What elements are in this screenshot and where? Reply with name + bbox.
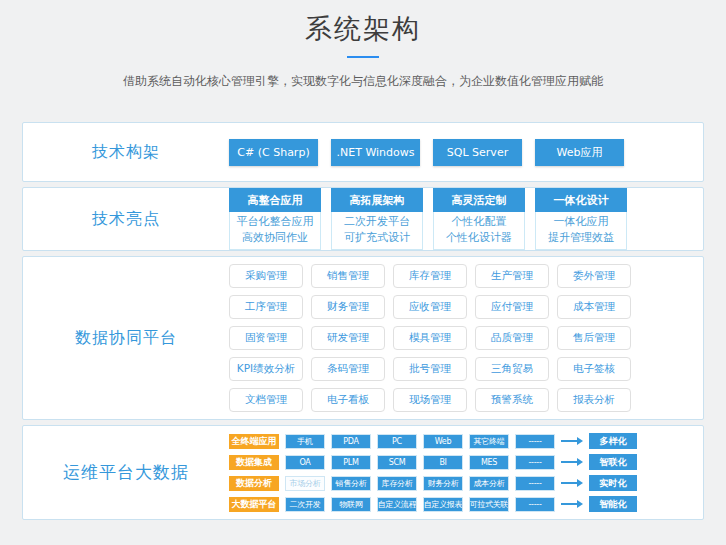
module-chip: 生产管理 <box>475 264 549 288</box>
ops-result-label: 实时化 <box>589 475 637 491</box>
section-data-platform: 数据协同平台 采购管理销售管理库存管理生产管理委外管理工序管理财务管理应收管理应… <box>22 256 704 420</box>
flow-arrow-icon <box>561 500 583 508</box>
title-underline <box>347 56 379 58</box>
module-row: 固资管理研发管理模具管理品质管理售后管理 <box>229 326 631 350</box>
ops-item-chip: 二次开发 <box>285 497 325 512</box>
ops-category-label: 数据分析 <box>229 476 279 491</box>
module-chip: 电子签核 <box>557 357 631 381</box>
highlight-card-body: 二次开发平台可扩充式设计 <box>331 212 423 250</box>
highlight-card: 高灵活定制个性化配置个性化设计器 <box>433 188 525 250</box>
module-chip: 库存管理 <box>393 264 467 288</box>
ops-result-label: 智联化 <box>589 454 637 470</box>
arrow-head <box>577 437 583 445</box>
module-row: 文档管理电子看板现场管理预警系统报表分析 <box>229 388 631 412</box>
highlight-card-body: 个性化配置个性化设计器 <box>433 212 525 250</box>
ops-category-label: 大数据平台 <box>229 497 279 512</box>
arrow-line <box>561 503 577 505</box>
arrow-line <box>561 482 577 484</box>
ops-item-chip: 物联网 <box>331 497 371 512</box>
module-chip: 报表分析 <box>557 388 631 412</box>
tech-highlights-body: 高整合应用平台化整合应用高效协同作业高拓展架构二次开发平台可扩充式设计高灵活定制… <box>229 188 703 250</box>
ops-row: 数据分析市场分析销售分析库存分析财务分析成本分析-----实时化 <box>229 475 637 491</box>
module-chip: 三角贸易 <box>475 357 549 381</box>
highlight-card: 高整合应用平台化整合应用高效协同作业 <box>229 188 321 250</box>
section-label-ops-platform: 运维平台大数据 <box>23 426 229 519</box>
section-label-tech-highlights: 技术亮点 <box>23 188 229 250</box>
ops-item-chip: 其它终端 <box>469 434 509 449</box>
highlight-card: 一体化设计一体化应用提升管理效益 <box>535 188 627 250</box>
section-tech-highlights: 技术亮点 高整合应用平台化整合应用高效协同作业高拓展架构二次开发平台可扩充式设计… <box>22 187 704 251</box>
ops-item-chip: MES <box>469 455 509 470</box>
highlight-card-line: 个性化设计器 <box>434 230 524 246</box>
ops-item-chip: PC <box>377 434 417 449</box>
module-row: 工序管理财务管理应收管理应付管理成本管理 <box>229 295 631 319</box>
module-chip: 批号管理 <box>393 357 467 381</box>
module-chip: 应付管理 <box>475 295 549 319</box>
module-chip: 成本管理 <box>557 295 631 319</box>
ops-item-chip: 财务分析 <box>423 476 463 491</box>
ops-row: 全终端应用手机PDAPCWeb其它终端-----多样化 <box>229 433 637 449</box>
module-row: KPI绩效分析条码管理批号管理三角贸易电子签核 <box>229 357 631 381</box>
page: { "page": { "title": "系统架构", "subtitle":… <box>0 0 726 545</box>
ops-item-chip: ----- <box>515 497 555 512</box>
ops-item-chip: Web <box>423 434 463 449</box>
tech-framework-item: C# (C Sharp) <box>229 139 318 166</box>
highlight-card-line: 平台化整合应用 <box>230 214 320 230</box>
ops-item-chip: 销售分析 <box>331 476 371 491</box>
module-chip: 采购管理 <box>229 264 303 288</box>
ops-item-chip: ----- <box>515 476 555 491</box>
module-chip: 财务管理 <box>311 295 385 319</box>
module-chip: 售后管理 <box>557 326 631 350</box>
data-platform-body: 采购管理销售管理库存管理生产管理委外管理工序管理财务管理应收管理应付管理成本管理… <box>229 257 703 419</box>
highlight-cards: 高整合应用平台化整合应用高效协同作业高拓展架构二次开发平台可扩充式设计高灵活定制… <box>229 188 627 250</box>
arrow-head <box>577 458 583 466</box>
ops-category-label: 全终端应用 <box>229 434 279 449</box>
ops-item-chip: OA <box>285 455 325 470</box>
module-chip: 预警系统 <box>475 388 549 412</box>
ops-platform-body: 全终端应用手机PDAPCWeb其它终端-----多样化数据集成OAPLMSCMB… <box>229 426 703 519</box>
highlight-card-body: 一体化应用提升管理效益 <box>535 212 627 250</box>
highlight-card: 高拓展架构二次开发平台可扩充式设计 <box>331 188 423 250</box>
flow-arrow-icon <box>561 479 583 487</box>
ops-item-chip: ----- <box>515 455 555 470</box>
tech-framework-item: Web应用 <box>535 139 624 166</box>
highlight-card-line: 高效协同作业 <box>230 230 320 246</box>
ops-item-chip: 市场分析 <box>285 476 325 491</box>
module-chip: 工序管理 <box>229 295 303 319</box>
ops-category-label: 数据集成 <box>229 455 279 470</box>
ops-row: 大数据平台二次开发物联网自定义流程自定义报表可拉式关联-----智能化 <box>229 496 637 512</box>
page-title: 系统架构 <box>0 13 726 45</box>
ops-item-chip: PDA <box>331 434 371 449</box>
flow-arrow-icon <box>561 458 583 466</box>
module-chip: 研发管理 <box>311 326 385 350</box>
module-row: 采购管理销售管理库存管理生产管理委外管理 <box>229 264 631 288</box>
tech-framework-items: C# (C Sharp).NET WindowsSQL ServerWeb应用 <box>229 139 624 166</box>
ops-item-chip: BI <box>423 455 463 470</box>
ops-row: 数据集成OAPLMSCMBIMES-----智联化 <box>229 454 637 470</box>
ops-item-chip: 可拉式关联 <box>469 497 509 512</box>
module-chip: 模具管理 <box>393 326 467 350</box>
module-chip: 固资管理 <box>229 326 303 350</box>
module-chip: 销售管理 <box>311 264 385 288</box>
ops-item-chip: PLM <box>331 455 371 470</box>
ops-result-label: 多样化 <box>589 433 637 449</box>
ops-item-chip: SCM <box>377 455 417 470</box>
ops-item-chip: 成本分析 <box>469 476 509 491</box>
module-chip: 委外管理 <box>557 264 631 288</box>
page-subtitle: 借助系统自动化核心管理引擎，实现数字化与信息化深度融合，为企业数值化管理应用赋能 <box>0 73 726 89</box>
module-chip: 条码管理 <box>311 357 385 381</box>
section-label-tech-framework: 技术构架 <box>23 123 229 181</box>
flow-arrow-icon <box>561 437 583 445</box>
page-header: 系统架构 借助系统自动化核心管理引擎，实现数字化与信息化深度融合，为企业数值化管… <box>0 0 726 89</box>
tech-framework-item: .NET Windows <box>331 139 420 166</box>
ops-item-chip: 自定义报表 <box>423 497 463 512</box>
section-label-data-platform: 数据协同平台 <box>23 257 229 419</box>
highlight-card-line: 可扩充式设计 <box>332 230 422 246</box>
highlight-card-line: 二次开发平台 <box>332 214 422 230</box>
highlight-card-body: 平台化整合应用高效协同作业 <box>229 212 321 250</box>
architecture-diagram: 技术构架 C# (C Sharp).NET WindowsSQL ServerW… <box>22 122 704 520</box>
tech-framework-body: C# (C Sharp).NET WindowsSQL ServerWeb应用 <box>229 123 703 181</box>
arrow-head <box>577 479 583 487</box>
section-ops-platform: 运维平台大数据 全终端应用手机PDAPCWeb其它终端-----多样化数据集成O… <box>22 425 704 520</box>
ops-flow-rows: 全终端应用手机PDAPCWeb其它终端-----多样化数据集成OAPLMSCMB… <box>229 433 637 512</box>
